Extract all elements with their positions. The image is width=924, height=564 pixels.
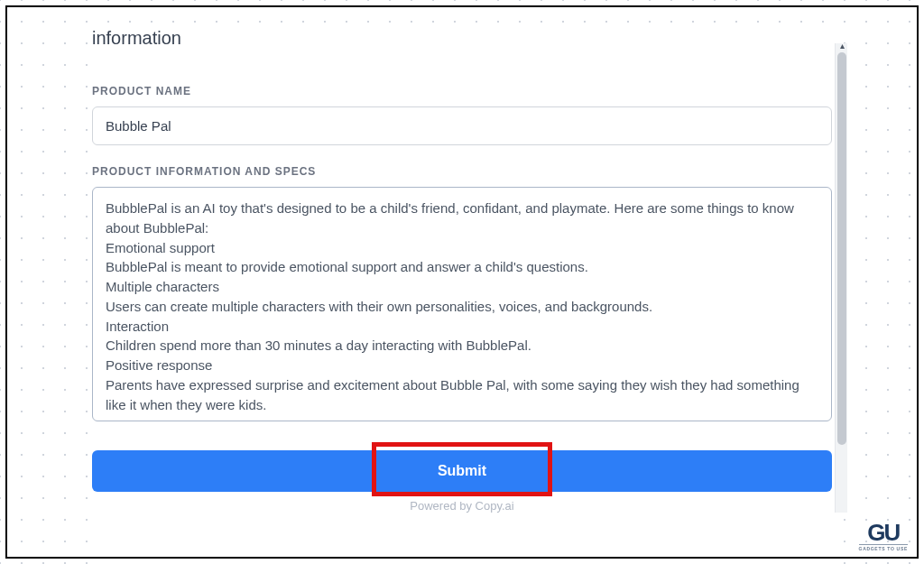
scroll-arrow-up-icon[interactable]: ▴ (836, 42, 847, 52)
scroll-area: information PRODUCT NAME PRODUCT INFORMA… (92, 27, 832, 546)
gu-watermark: GU GADGETS TO USE (859, 522, 908, 551)
scrollbar-thumb[interactable] (837, 52, 846, 445)
watermark-logo: GU (859, 522, 908, 545)
submit-wrapper: Submit (92, 450, 832, 492)
product-info-label: PRODUCT INFORMATION AND SPECS (92, 165, 832, 178)
product-info-textarea[interactable] (92, 187, 832, 421)
scrollbar-track[interactable]: ▴ (835, 43, 847, 513)
form-panel: information PRODUCT NAME PRODUCT INFORMA… (92, 0, 832, 564)
truncated-header-text: information (92, 27, 832, 49)
powered-by-text: Powered by Copy.ai (92, 499, 832, 513)
product-name-input[interactable] (92, 106, 832, 145)
watermark-subtext: GADGETS TO USE (859, 546, 908, 551)
submit-button[interactable]: Submit (92, 450, 832, 492)
product-name-label: PRODUCT NAME (92, 85, 832, 97)
